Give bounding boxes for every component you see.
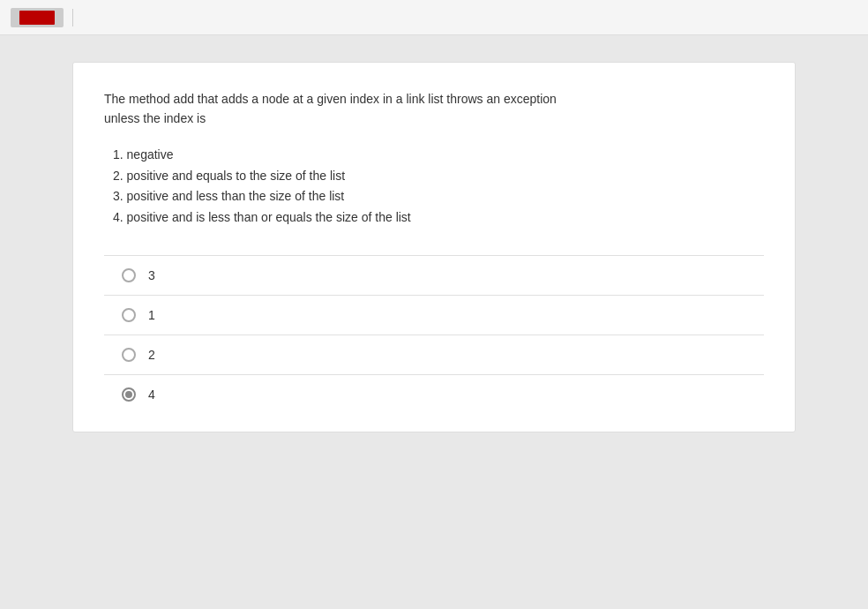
option-item-1: 1. negative bbox=[104, 145, 764, 166]
choice-label-2: 2 bbox=[148, 348, 155, 362]
choice-label-4: 4 bbox=[148, 387, 155, 402]
radio-inner-1 bbox=[125, 312, 132, 319]
page-wrapper: The method add that adds a node at a giv… bbox=[0, 35, 868, 459]
option-item-4: 4. positive and is less than or equals t… bbox=[104, 207, 764, 229]
radio-1[interactable] bbox=[122, 308, 136, 322]
option-item-3: 3. positive and less than the size of th… bbox=[104, 186, 764, 207]
answer-choices: 3124 bbox=[104, 255, 764, 414]
radio-3[interactable] bbox=[122, 268, 136, 282]
radio-4[interactable] bbox=[122, 387, 136, 402]
choice-label-1: 1 bbox=[148, 308, 155, 322]
logo bbox=[11, 8, 64, 27]
choice-label-3: 3 bbox=[148, 268, 155, 282]
radio-inner-2 bbox=[125, 351, 132, 358]
radio-inner-4 bbox=[125, 391, 132, 398]
answer-choice-row-3[interactable]: 3 bbox=[104, 256, 764, 296]
top-bar bbox=[0, 0, 868, 35]
radio-2[interactable] bbox=[122, 348, 136, 362]
options-list: 1. negative2. positive and equals to the… bbox=[104, 145, 764, 229]
answer-choice-row-4[interactable]: 4 bbox=[104, 375, 764, 414]
radio-inner-3 bbox=[125, 272, 132, 279]
option-item-2: 2. positive and equals to the size of th… bbox=[104, 166, 764, 187]
answer-choice-row-1[interactable]: 1 bbox=[104, 296, 764, 335]
question-text: The method add that adds a node at a giv… bbox=[104, 89, 764, 129]
top-bar-divider bbox=[72, 9, 73, 26]
question-line1: The method add that adds a node at a giv… bbox=[104, 92, 557, 106]
question-card: The method add that adds a node at a giv… bbox=[72, 62, 796, 432]
answer-choice-row-2[interactable]: 2 bbox=[104, 335, 764, 375]
question-line2: unless the index is bbox=[104, 111, 206, 125]
